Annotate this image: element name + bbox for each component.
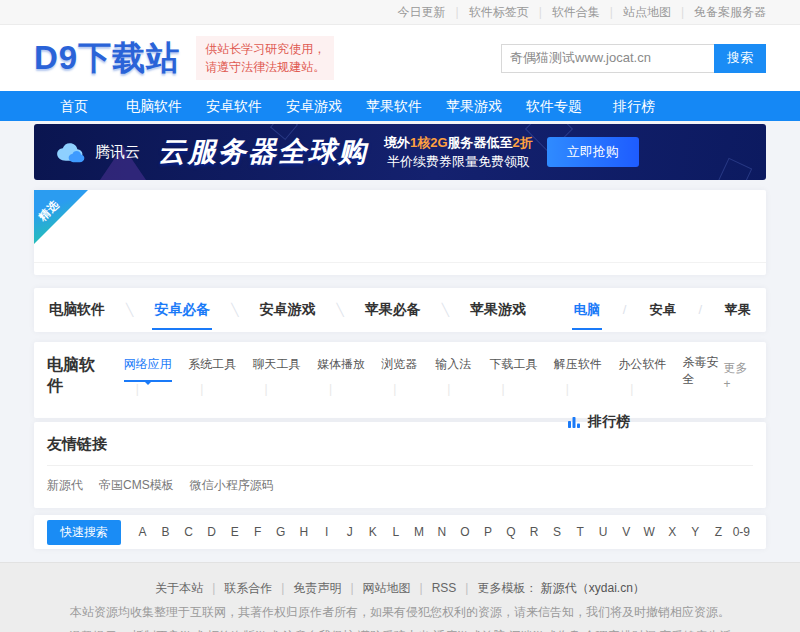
topbar-link[interactable]: 软件标签页 (446, 5, 529, 19)
notice-line-1: 供站长学习研究使用， (205, 40, 325, 58)
footer-link[interactable]: 网站地图 (363, 581, 432, 595)
letter-link[interactable]: B (154, 525, 177, 539)
letter-link[interactable]: F (246, 525, 269, 539)
letter-link[interactable]: V (615, 525, 638, 539)
letter-link[interactable]: W (638, 525, 661, 539)
letter-link[interactable]: D (200, 525, 223, 539)
category-label: 解压软件 (554, 356, 602, 382)
category-tab[interactable]: 媒体播放 (317, 356, 381, 396)
category-label: 输入法 (435, 356, 471, 382)
topbar-link[interactable]: 软件合集 (529, 5, 600, 19)
footer-link[interactable]: RSS (432, 581, 478, 595)
letter-link[interactable]: E (223, 525, 246, 539)
tab-item[interactable]: 苹果游戏 (468, 290, 528, 330)
category-tab[interactable]: 输入法 (435, 356, 489, 396)
tab-item[interactable]: 安卓必备 (152, 290, 257, 330)
platform-tabs-panel: 电脑软件安卓必备安卓游戏苹果必备苹果游戏 电脑安卓苹果 (34, 288, 766, 332)
letter-link[interactable]: A (131, 525, 154, 539)
software-list (47, 413, 567, 431)
nav-item[interactable]: 软件专题 (514, 91, 594, 121)
tab-item[interactable]: 苹果必备 (363, 290, 468, 330)
search-input[interactable] (501, 44, 714, 73)
nav-item[interactable]: 首页 (34, 91, 114, 121)
right-tabs: 电脑安卓苹果 (572, 290, 753, 330)
letter-link[interactable]: Q (500, 525, 523, 539)
letter-link[interactable]: J (338, 525, 361, 539)
friend-links-divider (47, 465, 753, 466)
category-label: 下载工具 (489, 356, 537, 382)
friend-link[interactable]: 微信小程序源码 (190, 478, 274, 492)
letter-link[interactable]: X (661, 525, 684, 539)
topbar-link[interactable]: 站点地图 (600, 5, 671, 19)
friend-links-title: 友情链接 (47, 435, 753, 454)
letter-link[interactable]: M (407, 525, 430, 539)
letter-link[interactable]: O (453, 525, 476, 539)
nav-item[interactable]: 苹果游戏 (434, 91, 514, 121)
category-label: 系统工具 (188, 356, 236, 382)
main-nav: 首页电脑软件安卓软件安卓游戏苹果软件苹果游戏软件专题排行榜 (0, 91, 800, 121)
letter-link[interactable]: K (361, 525, 384, 539)
letter-link[interactable]: I (315, 525, 338, 539)
more-link[interactable]: 更多 + (724, 360, 753, 391)
category-tabs: 网络应用系统工具聊天工具媒体播放浏览器输入法下载工具解压软件办公软件杀毒安全 (124, 354, 724, 397)
letter-link[interactable]: G (269, 525, 292, 539)
category-tab[interactable]: 系统工具 (188, 356, 252, 396)
category-tab[interactable]: 网络应用 (124, 356, 188, 396)
nav-item[interactable]: 苹果软件 (354, 91, 434, 121)
letter-link[interactable]: C (177, 525, 200, 539)
site-logo[interactable]: D9下载站 (34, 36, 180, 81)
friend-link[interactable]: 新源代 (47, 478, 83, 492)
footer-tips-line: 温馨提示： 抵制不良游戏 拒绝盗版游戏 注意自我保护 谨防受骗上当 适度游戏益脑… (0, 628, 800, 632)
search-bar: 搜索 (501, 44, 766, 73)
letter-index: ABCDEFGHIJKLMNOPQRSTUVWXYZ0-9 (131, 525, 753, 539)
tab-item[interactable]: 电脑 (572, 290, 648, 330)
footer-more-link[interactable]: 新源代（xydai.cn） (541, 581, 645, 595)
letter-link[interactable]: R (523, 525, 546, 539)
left-tabs: 电脑软件安卓必备安卓游戏苹果必备苹果游戏 (47, 290, 528, 330)
nav-item[interactable]: 电脑软件 (114, 91, 194, 121)
tab-item[interactable]: 安卓 (647, 290, 723, 330)
category-tab[interactable]: 办公软件 (618, 356, 682, 396)
tab-label: 苹果 (723, 290, 753, 330)
banner-decor-square (718, 158, 753, 180)
letter-link[interactable]: S (546, 525, 569, 539)
tab-item[interactable]: 安卓游戏 (257, 290, 362, 330)
letter-link[interactable]: T (569, 525, 592, 539)
category-tab[interactable]: 聊天工具 (253, 356, 317, 396)
nav-item[interactable]: 安卓软件 (194, 91, 274, 121)
featured-panel: 精选 (34, 190, 766, 275)
category-tab[interactable]: 下载工具 (489, 356, 553, 396)
section-title: 电脑软件 (47, 355, 102, 397)
letter-link[interactable]: 0-9 (730, 525, 753, 539)
footer-link[interactable]: 联系合作 (224, 581, 293, 595)
category-tab[interactable]: 浏览器 (381, 356, 435, 396)
banner-title: 云服务器全球购 (158, 133, 368, 171)
letter-link[interactable]: Y (684, 525, 707, 539)
quick-search-button[interactable]: 快速搜索 (47, 520, 121, 545)
letter-link[interactable]: Z (707, 525, 730, 539)
banner-cta-button[interactable]: 立即抢购 (547, 137, 639, 167)
letter-link[interactable]: H (292, 525, 315, 539)
footer-link[interactable]: 关于本站 (155, 581, 224, 595)
letter-link[interactable]: L (384, 525, 407, 539)
category-label: 杀毒安全 (683, 354, 724, 397)
nav-items: 首页电脑软件安卓软件安卓游戏苹果软件苹果游戏软件专题排行榜 (34, 91, 766, 121)
featured-ribbon-label: 精选 (35, 197, 63, 225)
search-button[interactable]: 搜索 (714, 44, 766, 73)
banner-ad[interactable]: 腾讯云 云服务器全球购 境外1核2G服务器低至2折 半价续费券限量免费领取 立即… (34, 124, 766, 180)
banner-promo-line1: 境外1核2G服务器低至2折 (384, 133, 533, 152)
footer-link[interactable]: 免责声明 (293, 581, 362, 595)
tab-item[interactable]: 苹果 (723, 290, 753, 330)
letter-link[interactable]: P (476, 525, 499, 539)
tab-item[interactable]: 电脑软件 (47, 290, 152, 330)
category-tab[interactable]: 解压软件 (554, 356, 618, 396)
banner-brand-name: 腾讯云 (95, 143, 140, 162)
letter-link[interactable]: N (430, 525, 453, 539)
letter-link[interactable]: U (592, 525, 615, 539)
friend-link[interactable]: 帝国CMS模板 (99, 478, 174, 492)
nav-item[interactable]: 排行榜 (594, 91, 674, 121)
nav-item[interactable]: 安卓游戏 (274, 91, 354, 121)
category-tab[interactable]: 杀毒安全 (683, 354, 724, 397)
topbar-link[interactable]: 免备案服务器 (671, 5, 766, 19)
topbar-link[interactable]: 今日更新 (398, 5, 446, 19)
